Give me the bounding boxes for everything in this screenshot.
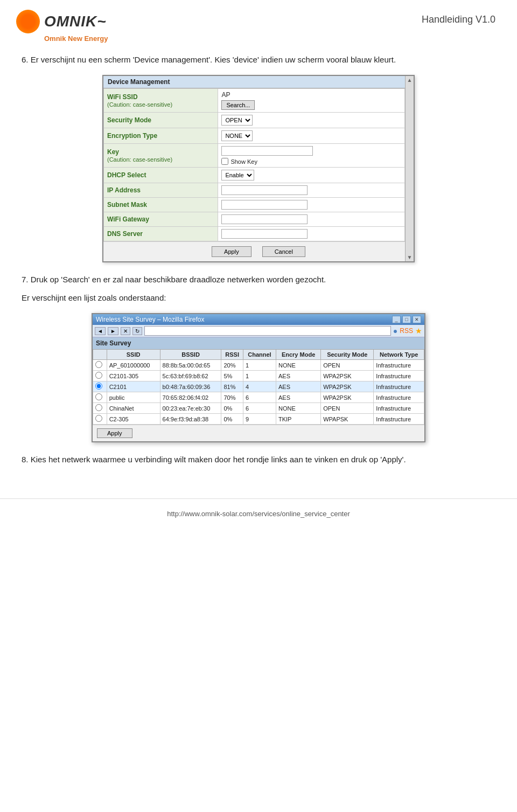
dm-apply-button[interactable]: Apply	[212, 246, 251, 257]
dm-row-encryption-type: Encryption Type NONE	[104, 128, 405, 144]
stop-button[interactable]: ✕	[121, 327, 130, 335]
row-radio-cell[interactable]	[93, 414, 107, 425]
dm-label-encryption-type: Encryption Type	[104, 128, 218, 144]
dm-value-dns-server	[218, 227, 405, 241]
col-select	[93, 350, 107, 360]
dm-label-dns-server: DNS Server	[104, 227, 218, 241]
row-ssid: ChinaNet	[107, 403, 160, 414]
dm-value-wifi-ssid: AP Search...	[218, 89, 405, 113]
scroll-down-arrow[interactable]: ▼	[407, 254, 413, 260]
show-key-checkbox[interactable]	[221, 158, 228, 165]
logo-brand-text: OMNIK~	[44, 13, 107, 30]
section8-text: 8. Kies het netwerk waarmee u verbinding…	[22, 453, 495, 466]
table-row: C2-305 64:9e:f3:9d:a8:38 0% 9 TKIP WPAPS…	[93, 414, 424, 425]
scroll-up-arrow[interactable]: ▲	[407, 77, 413, 83]
scrollbar[interactable]: ▲ ▼	[405, 76, 414, 261]
section6-text: 6. Er verschijnt nu een scherm 'Device m…	[22, 53, 495, 66]
subnet-mask-input[interactable]	[221, 200, 308, 210]
firefox-toolbar: ◄ ► ✕ ↻ 10.10.100.254/m2m/site_survey.as…	[93, 325, 424, 337]
row-ssid: AP_601000000	[107, 360, 160, 371]
row-encry: TKIP	[276, 414, 321, 425]
close-button[interactable]: ✕	[413, 316, 421, 323]
row-bssid: 88:8b:5a:00:0d:65	[160, 360, 221, 371]
wifi-gateway-input[interactable]	[221, 214, 308, 224]
row-rssi: 0%	[221, 403, 243, 414]
logo-graphic: OMNIK~	[16, 10, 107, 33]
row-security: OPEN	[321, 403, 374, 414]
dm-form-table: WiFi SSID(Caution: case-sensitive) AP Se…	[103, 88, 405, 241]
logo-subtitle: Omnik New Energy	[44, 34, 108, 43]
network-radio-2[interactable]	[95, 383, 102, 390]
section-7: 7. Druk op 'Search' en er zal naar besch…	[22, 273, 495, 442]
network-radio-1[interactable]	[95, 372, 102, 379]
logo-area: OMNIK~ Omnik New Energy	[16, 10, 108, 43]
row-bssid: 64:9e:f3:9d:a8:38	[160, 414, 221, 425]
row-bssid: 70:65:82:06:f4:02	[160, 392, 221, 403]
network-radio-3[interactable]	[95, 393, 102, 400]
table-row: C2101 b0:48:7a:60:09:36 81% 4 AES WPA2PS…	[93, 381, 424, 392]
col-rssi: RSSI	[221, 350, 243, 360]
go-icon[interactable]: ●	[393, 327, 397, 335]
dns-server-input[interactable]	[221, 229, 308, 239]
site-survey-table: SSID BSSID RSSI Channel Encry Mode Secur…	[93, 349, 424, 425]
col-channel: Channel	[243, 350, 276, 360]
dm-cancel-button[interactable]: Cancel	[262, 246, 305, 257]
device-management-panel: Device Management ▲ ▼ WiFi SSID(Caution:…	[102, 75, 415, 262]
dm-value-ip-address	[218, 183, 405, 198]
row-radio-cell[interactable]	[93, 381, 107, 392]
row-encry: AES	[276, 381, 321, 392]
dm-row-wifi-ssid: WiFi SSID(Caution: case-sensitive) AP Se…	[104, 89, 405, 113]
row-network: Infrastructure	[374, 371, 424, 381]
row-channel: 6	[243, 392, 276, 403]
row-ssid: C2-305	[107, 414, 160, 425]
row-radio-cell[interactable]	[93, 392, 107, 403]
forward-button[interactable]: ►	[108, 327, 118, 335]
section7-text2: Er verschijnt een lijst zoals onderstaan…	[22, 292, 495, 304]
security-mode-select[interactable]: OPEN	[221, 115, 253, 126]
col-security: Security Mode	[321, 350, 374, 360]
page-header: OMNIK~ Omnik New Energy Handleiding V1.0	[0, 0, 517, 48]
minimize-button[interactable]: _	[392, 316, 401, 323]
row-radio-cell[interactable]	[93, 360, 107, 371]
col-encry: Encry Mode	[276, 350, 321, 360]
table-row: AP_601000000 88:8b:5a:00:0d:65 20% 1 NON…	[93, 360, 424, 371]
maximize-button[interactable]: □	[402, 316, 411, 323]
encryption-type-select[interactable]: NONE	[221, 130, 253, 141]
dm-button-row: Apply Cancel	[103, 241, 414, 261]
dhcp-select-dropdown[interactable]: Enable	[221, 170, 254, 181]
row-radio-cell[interactable]	[93, 371, 107, 381]
dm-row-wifi-gateway: WiFi Gateway	[104, 212, 405, 227]
row-channel: 1	[243, 371, 276, 381]
table-row: C2101-305 5c:63:bf:69:b8:62 5% 1 AES WPA…	[93, 371, 424, 381]
network-radio-0[interactable]	[95, 361, 102, 368]
refresh-button[interactable]: ↻	[132, 327, 142, 335]
row-security: WPAPSK	[321, 414, 374, 425]
network-radio-5[interactable]	[95, 415, 102, 422]
page-footer: http://www.omnik-solar.com/services/onli…	[0, 498, 517, 523]
dm-row-dns-server: DNS Server	[104, 227, 405, 241]
omnik-sun-icon	[16, 10, 40, 33]
bookmark-star-icon[interactable]: ★	[415, 327, 422, 335]
address-bar[interactable]: 10.10.100.254/m2m/site_survey.asp	[144, 326, 391, 336]
network-radio-4[interactable]	[95, 404, 102, 411]
site-survey-header: Site Survey	[93, 337, 424, 349]
row-radio-cell[interactable]	[93, 403, 107, 414]
dm-value-dhcp-select: Enable	[218, 168, 405, 183]
ss-apply-button[interactable]: Apply	[97, 428, 132, 438]
dm-row-security-mode: Security Mode OPEN	[104, 113, 405, 128]
search-button[interactable]: Search...	[221, 100, 255, 110]
table-row: ChinaNet 00:23:ea:7e:eb:30 0% 6 NONE OPE…	[93, 403, 424, 414]
dm-label-ip-address: IP Address	[104, 183, 218, 198]
row-encry: AES	[276, 392, 321, 403]
dm-label-dhcp-select: DHCP Select	[104, 168, 218, 183]
table-header-row: SSID BSSID RSSI Channel Encry Mode Secur…	[93, 350, 424, 360]
row-encry: NONE	[276, 403, 321, 414]
rss-icon: RSS	[400, 327, 413, 335]
dm-label-wifi-gateway: WiFi Gateway	[104, 212, 218, 227]
back-button[interactable]: ◄	[95, 327, 106, 335]
firefox-screenshot: Wireless Site Survey – Mozilla Firefox _…	[92, 313, 425, 442]
row-ssid: public	[107, 392, 160, 403]
key-input[interactable]	[221, 146, 313, 156]
ip-address-input[interactable]	[221, 185, 308, 195]
row-bssid: b0:48:7a:60:09:36	[160, 381, 221, 392]
